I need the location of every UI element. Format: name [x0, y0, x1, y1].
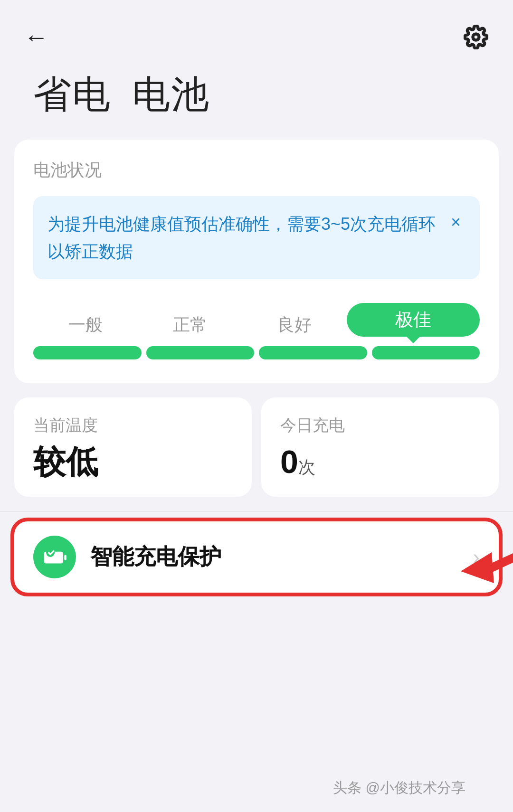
smart-charge-icon — [33, 536, 76, 578]
health-label-2: 正常 — [138, 313, 242, 337]
svg-point-0 — [473, 34, 479, 40]
stats-row: 当前温度 较低 今日充电 0次 — [14, 397, 499, 497]
temperature-card: 当前温度 较低 — [14, 397, 252, 497]
charging-unit: 次 — [298, 457, 315, 477]
temperature-value: 较低 — [33, 444, 233, 480]
charging-value: 0次 — [280, 444, 480, 480]
svg-point-3 — [46, 548, 55, 557]
health-scale: 一般 正常 良好 极佳 — [33, 303, 480, 359]
footer-text: 头条 @小俊技术分享 — [309, 765, 489, 805]
health-labels: 一般 正常 良好 极佳 — [33, 303, 480, 337]
health-label-3: 良好 — [242, 313, 347, 337]
back-button[interactable]: ← — [24, 25, 48, 49]
charge-protect-icon — [42, 544, 67, 570]
divider — [0, 511, 513, 512]
health-bar-2 — [146, 346, 255, 359]
temperature-label: 当前温度 — [33, 415, 233, 436]
title-main: 电池 — [132, 73, 210, 115]
footer: 头条 @小俊技术分享 — [309, 778, 489, 798]
settings-icon[interactable] — [463, 24, 489, 50]
smart-charge-label: 智能充电保护 — [90, 542, 458, 572]
top-bar: ← — [0, 0, 513, 60]
info-banner: 为提升电池健康值预估准确性，需要3~5次充电循环以矫正数据 × — [33, 196, 480, 279]
charging-card: 今日充电 0次 — [261, 397, 499, 497]
battery-status-card: 电池状况 为提升电池健康值预估准确性，需要3~5次充电循环以矫正数据 × 一般 … — [14, 140, 499, 383]
chevron-right-icon: › — [473, 545, 480, 569]
smart-charge-section: 智能充电保护 › — [14, 521, 499, 593]
battery-card-label: 电池状况 — [33, 159, 480, 182]
page-title: 省电 电池 — [0, 60, 513, 140]
health-bar-4 — [372, 346, 480, 359]
health-label-1: 一般 — [33, 313, 138, 337]
smart-charge-item[interactable]: 智能充电保护 › — [14, 521, 499, 593]
svg-rect-2 — [64, 555, 66, 560]
health-bar-1 — [33, 346, 142, 359]
charging-label: 今日充电 — [280, 415, 480, 436]
title-prefix: 省电 — [33, 73, 111, 115]
health-bars — [33, 346, 480, 359]
info-banner-text: 为提升电池健康值预估准确性，需要3~5次充电循环以矫正数据 — [48, 210, 451, 265]
health-label-4-active: 极佳 — [347, 303, 480, 337]
health-bar-3 — [259, 346, 367, 359]
close-banner-button[interactable]: × — [451, 212, 461, 232]
